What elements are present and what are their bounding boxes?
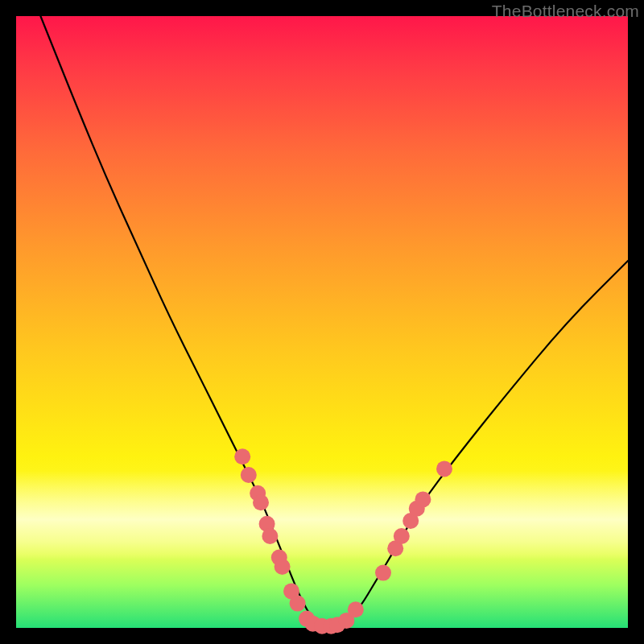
marker-dot — [415, 491, 431, 507]
marker-dot — [394, 528, 410, 544]
chart-frame — [16, 16, 628, 628]
plot-svg — [16, 16, 628, 628]
marker-dot — [241, 467, 257, 483]
marker-dot — [234, 448, 250, 464]
highlight-dots — [234, 448, 452, 634]
marker-dot — [436, 460, 452, 477]
bottleneck-curve — [40, 16, 628, 628]
marker-dot — [375, 565, 391, 581]
marker-dot — [275, 559, 291, 575]
marker-dot — [262, 528, 278, 544]
marker-dot — [290, 596, 306, 612]
attribution-text: TheBottleneck.com — [492, 2, 639, 21]
marker-dot — [348, 601, 364, 617]
marker-dot — [253, 494, 269, 510]
